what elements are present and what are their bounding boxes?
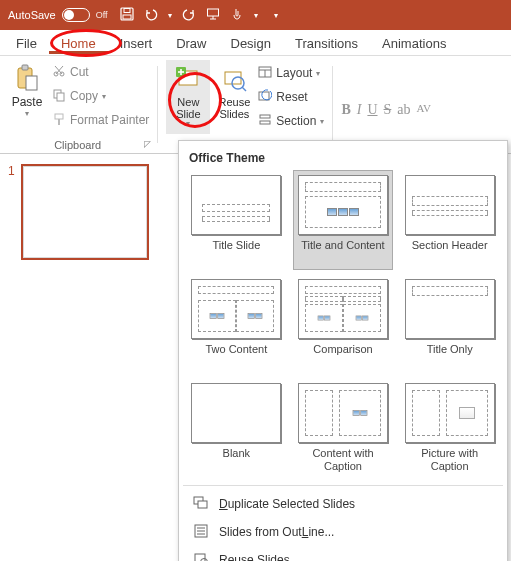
slide-thumb-1[interactable]: 1	[8, 164, 162, 260]
svg-rect-15	[55, 114, 63, 119]
undo-more-caret-icon[interactable]: ▾	[168, 11, 172, 20]
new-slide-caret-icon: ▾	[186, 120, 190, 129]
separator	[157, 66, 158, 144]
duplicate-icon	[193, 496, 209, 513]
outline-label: Slides from OutLine...	[219, 525, 334, 539]
duplicate-label: Duplicate Selected Slides	[219, 497, 355, 511]
layout-label: Section Header	[412, 239, 488, 265]
present-icon[interactable]	[206, 7, 220, 24]
copy-icon	[52, 88, 66, 105]
layout-comparison[interactable]: Comparison	[294, 275, 393, 373]
svg-rect-36	[195, 554, 205, 562]
touch-mode-caret-icon[interactable]: ▾	[254, 11, 258, 20]
cut-label: Cut	[70, 65, 89, 79]
reset-label: Reset	[276, 90, 307, 104]
layout-button[interactable]: Layout ▾	[258, 62, 324, 84]
slides-from-outline-item[interactable]: Slides from OutLine...	[187, 518, 499, 546]
tab-design[interactable]: Design	[219, 31, 283, 54]
layout-label: Layout	[276, 66, 312, 80]
svg-rect-2	[123, 15, 131, 19]
outline-icon	[193, 524, 209, 541]
strike-button[interactable]: S	[384, 102, 392, 118]
svg-rect-14	[57, 93, 64, 101]
paintbrush-icon	[52, 112, 66, 129]
save-icon[interactable]	[120, 7, 134, 24]
svg-rect-1	[124, 8, 130, 12]
toggle-off-icon	[62, 8, 90, 22]
reuse-slides-icon	[221, 62, 247, 96]
undo-icon[interactable]	[144, 7, 158, 24]
layout-title-and-content[interactable]: Title and Content	[294, 171, 393, 269]
layout-label: Comparison	[313, 343, 372, 369]
tab-file[interactable]: File	[4, 31, 49, 54]
layout-content-with-caption[interactable]: Content with Caption	[294, 379, 393, 477]
svg-rect-3	[207, 9, 218, 16]
scissors-icon	[52, 64, 66, 81]
underline-button[interactable]: U	[367, 102, 377, 118]
tab-insert[interactable]: Insert	[108, 31, 165, 54]
redo-icon[interactable]	[182, 7, 196, 24]
layout-label: Two Content	[205, 343, 267, 369]
svg-rect-7	[22, 65, 28, 70]
title-bar: AutoSave Off ▾ ▾ ▾	[0, 0, 511, 30]
copy-button[interactable]: Copy ▾	[52, 86, 149, 106]
reuse-label: Reuse Slides	[219, 553, 290, 561]
reuse-slides-button[interactable]: Reuse Slides	[212, 60, 256, 134]
tab-animations[interactable]: Animations	[370, 31, 458, 54]
section-label: Section	[276, 114, 316, 128]
layout-label: Blank	[223, 447, 251, 473]
tab-draw[interactable]: Draw	[164, 31, 218, 54]
svg-rect-8	[26, 76, 37, 90]
format-painter-button[interactable]: Format Painter	[52, 110, 149, 130]
qat-customize-caret-icon[interactable]: ▾	[274, 11, 278, 20]
slide-number: 1	[8, 164, 15, 260]
clipboard-group-label: Clipboard	[54, 139, 101, 151]
svg-line-11	[56, 66, 63, 74]
layout-gallery: Title Slide Title and Content Section He…	[187, 171, 499, 477]
separator	[183, 485, 503, 486]
touch-mode-icon[interactable]	[230, 7, 244, 24]
svg-rect-21	[225, 72, 241, 84]
format-painter-label: Format Painter	[70, 113, 149, 127]
layout-label: Title Slide	[212, 239, 260, 265]
clipboard-launcher-icon[interactable]: ◸	[144, 139, 151, 149]
section-icon	[258, 113, 272, 130]
svg-rect-16	[58, 119, 60, 125]
section-button[interactable]: Section ▾	[258, 110, 324, 132]
reuse-slides-label: Reuse Slides	[212, 96, 256, 120]
duplicate-slides-item[interactable]: Duplicate Selected Slides	[187, 490, 499, 518]
slide-thumbnail[interactable]	[21, 164, 149, 260]
paste-caret-icon: ▾	[25, 109, 29, 118]
new-slide-button[interactable]: New Slide ▾	[166, 60, 210, 134]
autosave-toggle[interactable]: AutoSave Off	[8, 8, 108, 22]
tab-transitions[interactable]: Transitions	[283, 31, 370, 54]
layout-caret-icon: ▾	[316, 69, 320, 78]
layout-icon	[258, 65, 272, 82]
layout-title-only[interactable]: Title Only	[400, 275, 499, 373]
char-spacing-button[interactable]: AV	[417, 102, 431, 114]
bold-button[interactable]: B	[341, 102, 350, 118]
reuse-slides-item[interactable]: Reuse Slides	[187, 546, 499, 561]
svg-line-12	[55, 66, 62, 74]
layout-title-slide[interactable]: Title Slide	[187, 171, 286, 269]
reset-button[interactable]: Reset	[258, 86, 324, 108]
layout-two-content[interactable]: Two Content	[187, 275, 286, 373]
paste-button[interactable]: Paste ▾	[6, 60, 48, 134]
slide-thumbnail-pane[interactable]: 1	[0, 154, 170, 561]
layout-picture-with-caption[interactable]: Picture with Caption	[400, 379, 499, 477]
dropdown-heading: Office Theme	[187, 147, 499, 171]
group-clipboard: Paste ▾ Cut Copy ▾ Format Paint	[0, 56, 155, 153]
shadow-button[interactable]: ab	[397, 102, 410, 118]
tab-home[interactable]: Home	[49, 31, 108, 54]
cut-button[interactable]: Cut	[52, 62, 149, 82]
layout-section-header[interactable]: Section Header	[400, 171, 499, 269]
italic-button[interactable]: I	[357, 102, 362, 118]
layout-blank[interactable]: Blank	[187, 379, 286, 477]
copy-label: Copy	[70, 89, 98, 103]
separator	[332, 66, 333, 144]
layout-label: Title Only	[427, 343, 473, 369]
autosave-state: Off	[96, 10, 108, 20]
reset-icon	[258, 89, 272, 106]
paste-icon	[14, 64, 40, 95]
layout-label: Content with Caption	[298, 447, 389, 473]
